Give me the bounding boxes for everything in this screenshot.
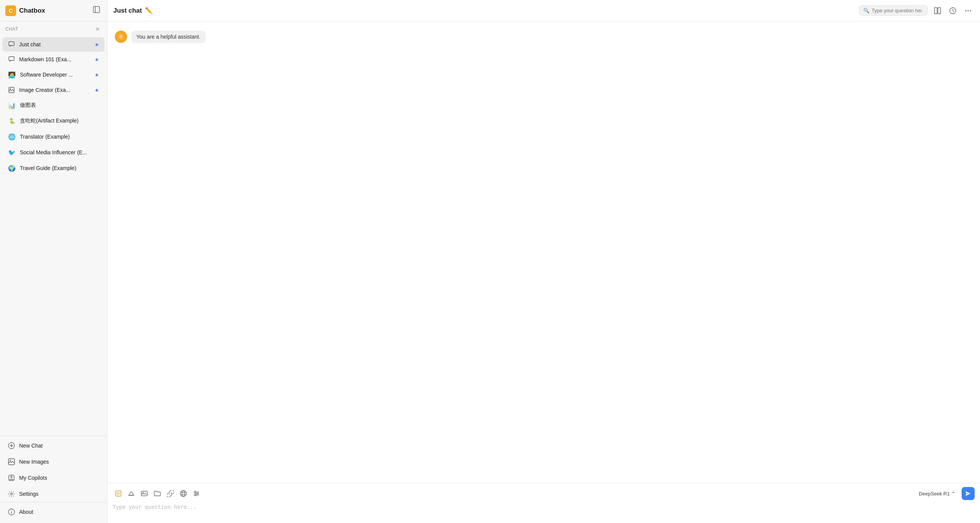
svg-point-12 <box>11 476 12 478</box>
chat-list: Just chat ★ Markdown 101 (Exa... ★ 🧑‍💻 S… <box>0 35 107 434</box>
app-logo-icon: C <box>5 5 16 16</box>
star-icon: ★ <box>95 87 99 93</box>
chat-emoji-icon: 🧑‍💻 <box>8 70 16 79</box>
svg-rect-2 <box>9 42 14 46</box>
chat-item-label: Social Media Influencer (E... <box>20 149 99 155</box>
chat-icon <box>8 56 15 63</box>
layout-button[interactable] <box>932 6 943 16</box>
svg-point-13 <box>11 493 13 495</box>
svg-rect-18 <box>938 8 941 14</box>
new-chat-button[interactable]: New Chat <box>2 438 105 453</box>
chat-icon <box>8 41 15 48</box>
square-icon <box>115 490 122 497</box>
send-button[interactable] <box>962 487 975 500</box>
system-message-text: You are a helpful assistant. <box>136 34 201 40</box>
star-icon: ★ <box>95 72 99 78</box>
logo-area: C Chatbox <box>5 5 45 16</box>
square-tool-button[interactable] <box>113 488 124 499</box>
app-title: Chatbox <box>19 7 45 15</box>
svg-point-30 <box>182 490 185 497</box>
sliders-icon <box>193 490 200 497</box>
svg-point-38 <box>195 494 196 496</box>
more-options-button[interactable] <box>962 6 974 16</box>
chat-title: Just chat <box>113 7 142 15</box>
gear-icon <box>118 34 124 40</box>
sidebar-item-travel-guide[interactable]: 🌍 Travel Guide (Example) <box>2 160 105 176</box>
image-icon <box>141 490 148 497</box>
my-copilots-label: My Copilots <box>19 475 47 481</box>
model-name: DeepSeek R1 <box>919 491 950 497</box>
chat-item-label: Software Developer ... <box>20 72 91 78</box>
send-icon <box>965 490 971 497</box>
system-message: You are a helpful assistant. <box>115 31 972 43</box>
message-input[interactable] <box>113 503 975 517</box>
sidebar-header: C Chatbox <box>0 0 107 21</box>
folder-tool-button[interactable] <box>152 488 163 499</box>
sidebar-item-markdown-101[interactable]: Markdown 101 (Exa... ★ <box>2 52 105 67</box>
search-input[interactable] <box>872 8 921 13</box>
system-message-bubble: You are a helpful assistant. <box>131 31 206 43</box>
svg-point-20 <box>965 10 967 11</box>
star-icon: ★ <box>95 57 99 62</box>
sidebar-item-image-creator[interactable]: Image Creator (Exa... ★ <box>2 83 105 97</box>
svg-point-36 <box>194 491 196 493</box>
chat-section-label: Chat <box>5 26 18 32</box>
svg-point-23 <box>120 36 122 38</box>
image-tool-button[interactable] <box>139 488 150 499</box>
topbar: Just chat ✏️ 🔍 <box>107 0 980 21</box>
chat-emoji-icon: 🐍 <box>8 117 16 125</box>
copilots-icon <box>8 474 15 482</box>
more-icon <box>965 7 972 14</box>
sidebar-item-snake-game[interactable]: 🐍 贪吃蛇(Artifact Example) <box>2 113 105 129</box>
settings-button[interactable]: Settings <box>2 486 105 502</box>
about-button[interactable]: About <box>2 504 105 520</box>
info-icon <box>8 508 15 516</box>
system-icon <box>115 31 127 43</box>
folder-icon <box>154 490 161 497</box>
new-images-button[interactable]: New Images <box>2 454 105 469</box>
search-box[interactable]: 🔍 <box>859 5 928 16</box>
topbar-left: Just chat ✏️ <box>113 7 153 15</box>
chat-emoji-icon: 🌐 <box>8 132 16 141</box>
svg-rect-3 <box>9 57 14 60</box>
search-icon: 🔍 <box>863 8 869 13</box>
svg-point-16 <box>11 510 12 511</box>
sidebar-toggle-button[interactable] <box>91 5 101 16</box>
web-tool-button[interactable] <box>178 488 189 499</box>
chat-emoji-icon: 🐦 <box>8 148 16 157</box>
settings-tool-button[interactable] <box>191 488 202 499</box>
sidebar-item-just-chat[interactable]: Just chat ★ <box>2 37 105 52</box>
model-arrow-icon: ⌃ <box>951 491 956 497</box>
svg-rect-9 <box>8 459 15 465</box>
clear-chats-button[interactable]: ✕ <box>94 25 101 33</box>
model-selector[interactable]: DeepSeek R1 ⌃ <box>916 489 959 498</box>
sidebar-divider <box>0 436 107 436</box>
settings-icon <box>8 490 15 498</box>
sidebar-item-zuobiaozhang[interactable]: 📊 做图表 <box>2 98 105 113</box>
link-tool-button[interactable] <box>165 488 176 499</box>
image-add-icon <box>8 458 15 466</box>
sidebar-item-social-media[interactable]: 🐦 Social Media Influencer (E... <box>2 145 105 160</box>
sidebar-item-software-developer[interactable]: 🧑‍💻 Software Developer ... ★ <box>2 67 105 82</box>
edit-title-icon[interactable]: ✏️ <box>145 7 153 14</box>
sidebar-toggle-icon <box>93 6 100 13</box>
star-icon: ★ <box>95 42 99 47</box>
svg-point-22 <box>970 10 971 11</box>
svg-point-21 <box>968 10 969 11</box>
about-label: About <box>19 509 33 515</box>
my-copilots-button[interactable]: My Copilots <box>2 470 105 485</box>
history-button[interactable] <box>947 6 959 16</box>
chat-item-label: 做图表 <box>20 102 99 109</box>
sidebar-bottom: About <box>0 502 107 523</box>
main-panel: Just chat ✏️ 🔍 You are a hel <box>107 0 980 523</box>
chat-item-label: Just chat <box>19 41 91 47</box>
sidebar: C Chatbox Chat ✕ Just chat ★ Markdo <box>0 0 107 523</box>
erase-tool-button[interactable] <box>126 488 137 499</box>
chat-item-label: 贪吃蛇(Artifact Example) <box>20 118 99 124</box>
sidebar-item-translator[interactable]: 🌐 Translator (Example) <box>2 129 105 144</box>
layout-icon <box>934 7 941 14</box>
chat-section-header: Chat ✕ <box>0 21 107 35</box>
input-area: DeepSeek R1 ⌃ <box>107 483 980 523</box>
chat-item-label: Translator (Example) <box>20 134 99 140</box>
toolbar-right: DeepSeek R1 ⌃ <box>916 487 975 500</box>
